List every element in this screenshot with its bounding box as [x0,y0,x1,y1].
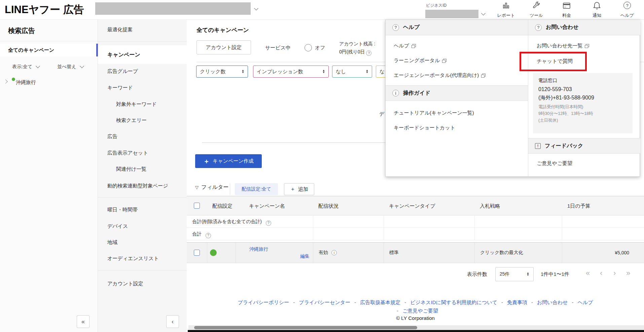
feedback-section-header: ! フィードバック [528,138,640,154]
filter-button[interactable]: フィルター [201,184,229,191]
account-settings-button[interactable]: アカウント設定 [196,40,251,54]
nav-notifications[interactable]: 通知 [586,2,608,18]
help-icon: ? [623,2,631,9]
summary-help-icon[interactable]: ? [266,220,271,226]
sort-label: 並べ替え [57,64,76,69]
display-filter-label: 表示:全て [12,64,32,69]
external-link-icon [481,74,486,78]
menu-item-keyboard-shortcuts[interactable]: キーボードショートカット [394,125,455,131]
next-page-icon[interactable]: › [613,269,616,278]
sidebar-item-account-settings[interactable]: アカウント設定 [98,279,188,288]
nav-billing[interactable]: 料金 [556,2,578,18]
col-header-campaign-name[interactable]: キャンペーン名 [236,196,313,215]
off-radio[interactable] [305,44,312,51]
col-header-campaign-type[interactable]: キャンペーンタイプ [384,196,474,215]
menu-item-chat-question[interactable]: チャットで質問 [537,58,573,65]
col-header-daily-budget[interactable]: 1日の予算 [562,196,644,215]
sidebar-item-all-campaigns[interactable]: 全てのキャンペーン [0,44,98,56]
page-size-label: 表示件数 [467,267,487,281]
horizontal-scrollbar-thumb[interactable] [194,326,417,329]
col-header-bid-strategy[interactable]: 入札戦略 [474,196,562,215]
summary-help-icon[interactable]: ? [206,233,211,238]
footer-link-terms[interactable]: ビジネスIDに関する利用規約について [410,299,497,305]
col-header-delivery-status[interactable]: 配信状況 [313,196,384,215]
contact-section-title: お問い合わせ [546,24,579,31]
col-header-delivery[interactable]: 配信設定 [207,196,236,215]
metric-selector-1[interactable]: クリック数 ▲▼ [196,66,248,78]
sidebar-item-device[interactable]: デバイス [98,222,188,231]
sidebar-item-ads[interactable]: 広告 [98,132,188,141]
footer-link-privacy-policy[interactable]: プライバシーポリシー [238,299,289,305]
footer-link-privacy-center[interactable]: プライバシーセンター [299,299,350,305]
balance-help-icon[interactable]: ? [366,50,371,56]
daily-budget-cell: ¥5,000 [562,243,644,263]
collapse-secondary-sidebar-button[interactable]: ‹ [166,315,179,328]
first-page-icon[interactable]: « [586,269,590,278]
sidebar-item-campaign-selected[interactable]: キャンペーン [98,45,188,64]
sidebar-item-search-query[interactable]: 検索クエリー [98,116,188,125]
nav-tools[interactable]: ツール [525,2,547,18]
menu-item-agency-portal[interactable]: エージェンシーポータル(代理店向け) [394,72,486,79]
select-all-checkbox[interactable] [194,203,200,209]
edit-link[interactable]: 編集 [300,253,310,259]
sidebar-item-keyword[interactable]: キーワード [98,83,188,92]
bell-icon [593,2,601,11]
sidebar-item-negative-keyword[interactable]: 対象外キーワード [98,100,188,109]
campaign-name-link[interactable]: 沖縄旅行 [249,246,268,252]
nav-report[interactable]: レポート [495,2,517,18]
metric-selector-3[interactable]: なし ▲▼ [332,66,372,78]
tree-expand-chevron-icon[interactable] [3,79,8,84]
menu-item-learning-portal[interactable]: ラーニングポータル [394,57,446,64]
collapse-primary-sidebar-button[interactable]: « [77,315,90,328]
create-campaign-button[interactable]: ＋ キャンペーン作成 [195,154,262,168]
sort-arrows-icon: ▲▼ [363,70,368,74]
sidebar-item-ad-assets[interactable]: 広告表示アセット [98,149,188,157]
footer-link-disclaimer[interactable]: 免責事項 [507,299,527,305]
menu-item-help[interactable]: ヘルプ [394,43,416,49]
wrench-icon [532,2,540,11]
footer-link-help[interactable]: ヘルプ [577,299,593,305]
sidebar-item-region[interactable]: 地域 [98,238,188,247]
prev-page-icon[interactable]: ‹ [600,269,602,278]
business-id-redacted[interactable] [425,10,478,18]
display-filter-dropdown[interactable]: 表示:全て [12,64,39,70]
sidebar-title: 検索広告 [8,26,35,35]
sidebar-item-audience-list[interactable]: オーディエンスリスト [98,254,188,263]
status-info-icon[interactable]: i [331,250,337,255]
nav-report-label: レポート [497,12,515,18]
account-chevron-down-icon[interactable] [254,6,258,10]
sidebar-item-optimization[interactable]: 最適化提案 [98,25,188,34]
metric-selector-2[interactable]: インプレッション数 ▲▼ [253,66,329,78]
account-name-redacted[interactable] [95,2,251,15]
sort-dropdown[interactable]: 並べ替え [57,64,83,70]
sidebar-item-dynamic-search-pages[interactable]: 動的検索連動型対象ページ [98,181,188,190]
footer-link-feedback[interactable]: ご意見やご要望 [402,308,438,314]
business-id-chevron-down-icon[interactable] [481,11,486,15]
footer-link-ad-rules[interactable]: 広告取扱基本規定 [360,299,400,305]
plus-icon: ＋ [203,157,210,166]
billing-card-icon [563,2,571,11]
sidebar-item-day-time[interactable]: 曜日・時間帯 [98,205,188,214]
summary-row: 合計 ? [187,228,644,240]
menu-item-tutorial[interactable]: チュートリアル(キャンペーン一覧) [394,110,474,116]
nav-tools-label: ツール [530,12,543,18]
nav-notifications-label: 通知 [593,12,601,18]
page-size-select[interactable]: 25件 ▲▼ [495,267,534,281]
chart-empty-text-fragment: デ [379,111,384,117]
add-filter-button[interactable]: ＋ 追加 [284,183,314,195]
sidebar-item-ad-group[interactable]: 広告グループ [98,67,188,76]
phone-number: 0120-559-703 [538,86,627,92]
campaign-table: 配信設定 キャンペーン名 配信状況 キャンペーンタイプ 入札戦略 1日の予算 合… [187,196,644,263]
menu-item-contact-list[interactable]: お問い合わせ先一覧 [537,43,589,49]
delivery-on-dot[interactable] [210,249,217,256]
row-checkbox[interactable] [194,250,200,256]
sidebar-item-association-list[interactable]: 関連付け一覧 [98,165,188,173]
tree-item-campaign[interactable]: 沖縄旅行 [16,79,36,86]
nav-help[interactable]: ? ヘルプ [616,2,638,18]
menu-item-feedback[interactable]: ご意見やご要望 [537,160,572,167]
chevron-down-icon [36,64,40,68]
filter-funnel-icon: ▽ [195,185,199,190]
delivery-setting-filter-chip[interactable]: 配信設定:全て [235,183,278,195]
footer-link-contact[interactable]: お問い合わせ [537,299,568,305]
last-page-icon[interactable]: » [626,269,630,278]
